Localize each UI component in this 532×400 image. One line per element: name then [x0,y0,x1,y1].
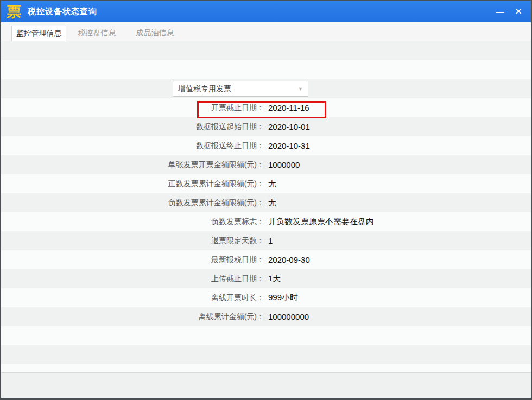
invoice-app-icon: 票 [7,4,21,19]
field-value: 1000000 [264,160,300,169]
field-row-refund-limit-days: 退票限定天数： 1 [1,231,531,250]
field-value: 100000000 [264,312,309,321]
spacer-stripe [1,60,531,79]
content-area: 增值税专用发票 ▼ 开票截止日期： 2020-11-16 数据报送起始日期： 2… [1,41,531,372]
field-label: 最新报税日期： [1,255,264,265]
field-value: 1 [264,236,273,245]
field-label: 离线累计金额(元)： [1,312,264,322]
invoice-type-select[interactable]: 增值税专用发票 ▼ [173,81,308,97]
field-row-negative-cumulative-limit: 负数发票累计金额限额(元)： 无 [1,193,531,212]
field-label: 负数发票标志： [1,217,264,227]
chevron-down-icon: ▼ [298,86,303,92]
field-label: 开票截止日期： [1,103,264,113]
spacer-stripe [1,364,531,372]
field-value: 1天 [264,274,281,284]
field-value: 无 [264,198,276,208]
invoice-type-row: 增值税专用发票 ▼ [1,79,531,98]
field-label: 离线开票时长： [1,293,264,303]
field-label: 负数发票累计金额限额(元)： [1,198,264,208]
field-label: 正数发票累计金额限额(元)： [1,179,264,189]
title-bar: 票 税控设备状态查询 — ✕ [1,1,531,22]
field-label: 单张发票开票金额限额(元)： [1,160,264,170]
field-row-invoice-deadline: 开票截止日期： 2020-11-16 [1,98,531,117]
tab-tax-control-disk-info[interactable]: 税控盘信息 [69,26,124,41]
field-row-data-report-start: 数据报送起始日期： 2020-10-01 [1,117,531,136]
spacer-stripe [1,345,531,364]
field-label: 退票限定天数： [1,236,264,246]
tab-refined-oil-info[interactable]: 成品油信息 [128,26,182,41]
tab-monitoring-management-info[interactable]: 监控管理信息 [11,26,66,41]
field-label: 上传截止日期： [1,274,264,284]
field-row-latest-tax-filing-date: 最新报税日期： 2020-09-30 [1,250,531,269]
field-row-offline-invoicing-duration: 离线开票时长： 999小时 [1,288,531,307]
field-value: 2020-10-31 [264,141,310,150]
field-label: 数据报送起始日期： [1,122,264,132]
invoice-type-selected-value: 增值税专用发票 [178,84,231,94]
spacer-stripe [1,41,531,60]
footer-bar [1,372,531,398]
spacer-stripe [1,326,531,345]
app-window: 票 税控设备状态查询 — ✕ 监控管理信息 税控盘信息 成品油信息 增值税专用发… [0,0,532,400]
field-row-offline-cumulative-amount: 离线累计金额(元)： 100000000 [1,307,531,326]
field-value: 开负数发票原票不需要在盘内 [264,217,374,227]
close-button[interactable]: ✕ [509,1,528,22]
tab-bar: 监控管理信息 税控盘信息 成品油信息 [1,22,531,41]
minimize-button[interactable]: — [491,1,509,22]
field-label: 数据报送终止日期： [1,141,264,151]
field-row-upload-deadline: 上传截止日期： 1天 [1,269,531,288]
field-value: 999小时 [264,293,298,303]
field-value: 2020-11-16 [264,103,309,112]
field-row-single-invoice-limit: 单张发票开票金额限额(元)： 1000000 [1,155,531,174]
field-row-data-report-end: 数据报送终止日期： 2020-10-31 [1,136,531,155]
window-controls: — ✕ [491,1,531,22]
field-value: 2020-10-01 [264,122,310,131]
field-row-negative-invoice-flag: 负数发票标志： 开负数发票原票不需要在盘内 [1,212,531,231]
window-title: 税控设备状态查询 [28,7,97,17]
field-row-positive-cumulative-limit: 正数发票累计金额限额(元)： 无 [1,174,531,193]
field-value: 无 [264,179,276,189]
field-value: 2020-09-30 [264,255,310,264]
